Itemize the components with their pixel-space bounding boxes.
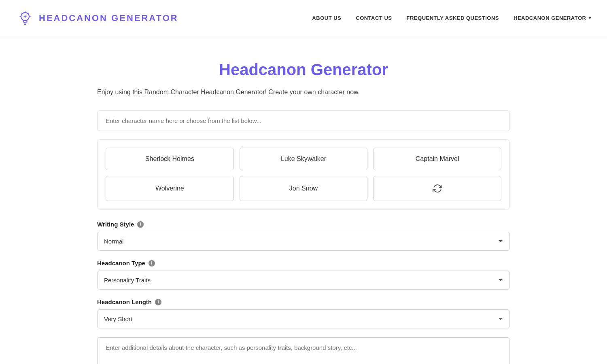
logo-area: HEADCANON GENERATOR <box>16 9 178 27</box>
character-btn-wolverine[interactable]: Wolverine <box>106 176 234 201</box>
nav-contact[interactable]: CONTACT US <box>356 15 392 21</box>
main-content: Headcanon Generator Enjoy using this Ran… <box>81 36 526 364</box>
headcanon-type-label: Headcanon Type i <box>97 260 510 267</box>
character-btn-sherlock[interactable]: Sherlock Holmes <box>106 148 234 170</box>
writing-style-select[interactable]: Normal Poetic Academic Casual Dramatic <box>97 232 510 251</box>
character-btn-jonsnow[interactable]: Jon Snow <box>240 176 368 201</box>
headcanon-length-section: Headcanon Length i Very Short Short Medi… <box>97 298 510 328</box>
svg-line-5 <box>21 13 22 14</box>
additional-details-textarea[interactable] <box>97 337 510 364</box>
site-header: HEADCANON GENERATOR ABOUT US CONTACT US … <box>0 0 607 36</box>
headcanon-type-info-icon[interactable]: i <box>149 260 155 267</box>
headcanon-length-label: Headcanon Length i <box>97 298 510 305</box>
main-nav: ABOUT US CONTACT US FREQUENTLY ASKED QUE… <box>312 15 591 21</box>
refresh-icon <box>433 184 442 193</box>
headcanon-type-section: Headcanon Type i Personality Traits Back… <box>97 260 510 290</box>
logo-text: HEADCANON GENERATOR <box>39 13 178 23</box>
search-input[interactable] <box>97 110 510 131</box>
nav-about[interactable]: ABOUT US <box>312 15 341 21</box>
nav-faq[interactable]: FREQUENTLY ASKED QUESTIONS <box>407 15 499 21</box>
page-subtitle: Enjoy using this Random Character Headca… <box>97 89 510 96</box>
refresh-button[interactable] <box>373 176 501 201</box>
character-grid-container: Sherlock Holmes Luke Skywalker Captain M… <box>97 139 510 210</box>
writing-style-label: Writing Style i <box>97 221 510 228</box>
page-title: Headcanon Generator <box>97 61 510 79</box>
svg-line-4 <box>28 13 29 14</box>
headcanon-length-select[interactable]: Very Short Short Medium Long Very Long <box>97 309 510 328</box>
headcanon-length-info-icon[interactable]: i <box>155 299 161 305</box>
writing-style-info-icon[interactable]: i <box>137 221 144 228</box>
additional-details-section <box>97 337 510 364</box>
nav-generator[interactable]: HEADCANON GENERATOR ▾ <box>514 15 591 21</box>
chevron-down-icon: ▾ <box>589 16 591 20</box>
logo-icon <box>16 9 34 27</box>
headcanon-type-select[interactable]: Personality Traits Backstory Relationshi… <box>97 271 510 290</box>
character-btn-captain[interactable]: Captain Marvel <box>373 148 501 170</box>
writing-style-section: Writing Style i Normal Poetic Academic C… <box>97 221 510 251</box>
character-btn-luke[interactable]: Luke Skywalker <box>240 148 368 170</box>
character-grid: Sherlock Holmes Luke Skywalker Captain M… <box>106 148 501 201</box>
